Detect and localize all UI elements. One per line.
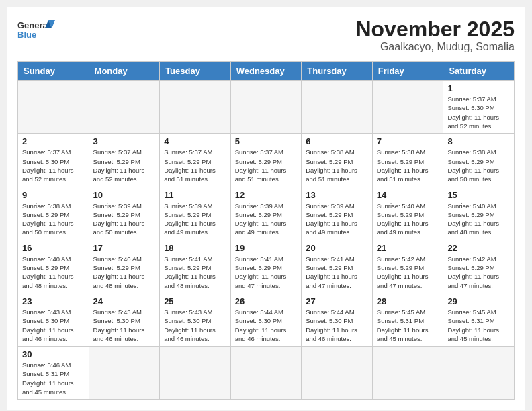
calendar-cell: 19Sunrise: 5:41 AM Sunset: 5:29 PM Dayli… [230,240,302,293]
calendar-cell: 5Sunrise: 5:37 AM Sunset: 5:29 PM Daylig… [230,134,302,187]
calendar-cell: 14Sunrise: 5:40 AM Sunset: 5:29 PM Dayli… [372,187,443,240]
day-number: 10 [93,190,156,200]
calendar-cell: 2Sunrise: 5:37 AM Sunset: 5:30 PM Daylig… [18,134,89,187]
day-info: Sunrise: 5:43 AM Sunset: 5:30 PM Dayligh… [93,308,156,343]
day-info: Sunrise: 5:44 AM Sunset: 5:30 PM Dayligh… [306,308,368,343]
day-number: 5 [235,136,298,146]
calendar-cell: 15Sunrise: 5:40 AM Sunset: 5:29 PM Dayli… [443,187,515,240]
header: General Blue November 2025 Gaalkacyo, Mu… [17,17,515,53]
weekday-tuesday: Tuesday [160,62,231,81]
day-number: 16 [22,243,85,253]
svg-text:General: General [17,20,50,30]
calendar-cell [160,81,231,134]
day-number: 17 [93,243,156,253]
day-number: 27 [306,296,368,306]
day-info: Sunrise: 5:41 AM Sunset: 5:29 PM Dayligh… [164,255,226,290]
title-block: November 2025 Gaalkacyo, Mudug, Somalia [355,17,515,53]
location: Gaalkacyo, Mudug, Somalia [355,41,515,53]
day-info: Sunrise: 5:38 AM Sunset: 5:29 PM Dayligh… [306,148,368,183]
day-number: 18 [164,243,226,253]
svg-text:Blue: Blue [17,30,36,40]
day-number: 6 [306,136,368,146]
day-info: Sunrise: 5:38 AM Sunset: 5:29 PM Dayligh… [447,148,510,183]
calendar-cell: 22Sunrise: 5:42 AM Sunset: 5:29 PM Dayli… [443,240,515,293]
calendar-cell: 10Sunrise: 5:39 AM Sunset: 5:29 PM Dayli… [89,187,160,240]
weekday-thursday: Thursday [302,62,373,81]
calendar-week-0: 1Sunrise: 5:37 AM Sunset: 5:30 PM Daylig… [18,81,515,134]
calendar-cell [443,347,515,400]
day-info: Sunrise: 5:41 AM Sunset: 5:29 PM Dayligh… [235,255,298,290]
calendar-cell: 9Sunrise: 5:38 AM Sunset: 5:29 PM Daylig… [18,187,89,240]
weekday-wednesday: Wednesday [230,62,302,81]
day-info: Sunrise: 5:41 AM Sunset: 5:29 PM Dayligh… [306,255,368,290]
month-title: November 2025 [355,17,515,41]
day-info: Sunrise: 5:42 AM Sunset: 5:29 PM Dayligh… [377,255,439,290]
day-info: Sunrise: 5:39 AM Sunset: 5:29 PM Dayligh… [164,201,226,237]
calendar-cell [230,81,302,134]
calendar-cell: 1Sunrise: 5:37 AM Sunset: 5:30 PM Daylig… [443,81,515,134]
day-info: Sunrise: 5:37 AM Sunset: 5:29 PM Dayligh… [235,148,298,183]
day-number: 15 [447,190,510,200]
day-info: Sunrise: 5:37 AM Sunset: 5:30 PM Dayligh… [22,148,85,183]
day-number: 30 [22,349,85,359]
calendar-cell [18,81,89,134]
day-info: Sunrise: 5:38 AM Sunset: 5:29 PM Dayligh… [22,201,85,237]
calendar-cell: 20Sunrise: 5:41 AM Sunset: 5:29 PM Dayli… [302,240,373,293]
calendar-cell [372,347,443,400]
weekday-friday: Friday [372,62,443,81]
calendar-cell: 17Sunrise: 5:40 AM Sunset: 5:29 PM Dayli… [89,240,160,293]
logo-svg: General Blue [17,17,58,47]
calendar-cell: 24Sunrise: 5:43 AM Sunset: 5:30 PM Dayli… [89,293,160,346]
calendar-cell: 11Sunrise: 5:39 AM Sunset: 5:29 PM Dayli… [160,187,231,240]
day-number: 24 [93,296,156,306]
day-number: 1 [447,83,510,93]
day-number: 19 [235,243,298,253]
calendar-cell: 27Sunrise: 5:44 AM Sunset: 5:30 PM Dayli… [302,293,373,346]
calendar-cell: 3Sunrise: 5:37 AM Sunset: 5:29 PM Daylig… [89,134,160,187]
day-info: Sunrise: 5:40 AM Sunset: 5:29 PM Dayligh… [377,201,439,237]
day-info: Sunrise: 5:45 AM Sunset: 5:31 PM Dayligh… [447,308,510,343]
day-number: 22 [447,243,510,253]
day-number: 26 [235,296,298,306]
day-info: Sunrise: 5:39 AM Sunset: 5:29 PM Dayligh… [235,201,298,237]
day-info: Sunrise: 5:44 AM Sunset: 5:30 PM Dayligh… [235,308,298,343]
calendar-cell: 18Sunrise: 5:41 AM Sunset: 5:29 PM Dayli… [160,240,231,293]
day-info: Sunrise: 5:37 AM Sunset: 5:29 PM Dayligh… [164,148,226,183]
day-info: Sunrise: 5:40 AM Sunset: 5:29 PM Dayligh… [93,255,156,290]
calendar-cell: 21Sunrise: 5:42 AM Sunset: 5:29 PM Dayli… [372,240,443,293]
calendar-cell: 4Sunrise: 5:37 AM Sunset: 5:29 PM Daylig… [160,134,231,187]
day-number: 8 [447,136,510,146]
day-number: 29 [447,296,510,306]
calendar-week-3: 16Sunrise: 5:40 AM Sunset: 5:29 PM Dayli… [18,240,515,293]
day-info: Sunrise: 5:42 AM Sunset: 5:29 PM Dayligh… [447,255,510,290]
calendar-cell: 25Sunrise: 5:43 AM Sunset: 5:30 PM Dayli… [160,293,231,346]
calendar: SundayMondayTuesdayWednesdayThursdayFrid… [17,61,515,400]
calendar-cell: 6Sunrise: 5:38 AM Sunset: 5:29 PM Daylig… [302,134,373,187]
day-info: Sunrise: 5:38 AM Sunset: 5:29 PM Dayligh… [377,148,439,183]
day-info: Sunrise: 5:40 AM Sunset: 5:29 PM Dayligh… [447,201,510,237]
day-number: 7 [377,136,439,146]
calendar-week-4: 23Sunrise: 5:43 AM Sunset: 5:30 PM Dayli… [18,293,515,346]
day-number: 2 [22,136,85,146]
weekday-saturday: Saturday [443,62,515,81]
day-number: 9 [22,190,85,200]
page: General Blue November 2025 Gaalkacyo, Mu… [7,7,525,410]
calendar-cell: 23Sunrise: 5:43 AM Sunset: 5:30 PM Dayli… [18,293,89,346]
calendar-cell [160,347,231,400]
calendar-cell: 7Sunrise: 5:38 AM Sunset: 5:29 PM Daylig… [372,134,443,187]
day-info: Sunrise: 5:39 AM Sunset: 5:29 PM Dayligh… [93,201,156,237]
calendar-cell [302,81,373,134]
day-number: 23 [22,296,85,306]
calendar-cell: 28Sunrise: 5:45 AM Sunset: 5:31 PM Dayli… [372,293,443,346]
day-number: 28 [377,296,439,306]
day-info: Sunrise: 5:46 AM Sunset: 5:31 PM Dayligh… [22,361,85,396]
day-info: Sunrise: 5:39 AM Sunset: 5:29 PM Dayligh… [306,201,368,237]
calendar-cell: 29Sunrise: 5:45 AM Sunset: 5:31 PM Dayli… [443,293,515,346]
calendar-cell: 8Sunrise: 5:38 AM Sunset: 5:29 PM Daylig… [443,134,515,187]
day-number: 11 [164,190,226,200]
day-number: 21 [377,243,439,253]
day-info: Sunrise: 5:37 AM Sunset: 5:29 PM Dayligh… [93,148,156,183]
day-number: 3 [93,136,156,146]
day-number: 14 [377,190,439,200]
day-number: 25 [164,296,226,306]
